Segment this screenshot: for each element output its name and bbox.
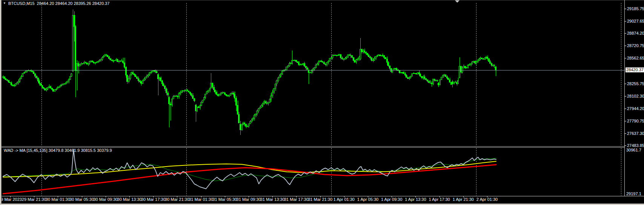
chevron-down-icon[interactable]: ▼ (3, 1, 6, 6)
time-axis-label: 31 Mar 05:30 (212, 197, 237, 202)
price-axis-label: 27790.75 (627, 119, 644, 123)
time-axis-label: 1 Apr 05:30 (357, 197, 378, 202)
time-axis-label: 31 Mar 01:30 (189, 197, 213, 202)
time-axis-label: 30 Mar 17:30 (141, 197, 166, 202)
symbol-ohlc-values: 28464.20 28464.20 28395.26 28420.37 (37, 1, 110, 6)
time-axis-label: 1 Apr 09:30 (381, 197, 402, 202)
indicator-axis-label: 29197.1 (626, 191, 641, 196)
indicator-axis-label: 30961.7 (626, 148, 641, 152)
indicator-line-ma_fast_green (3, 158, 496, 181)
time-axis-label: 31 Mar 13:30 (260, 197, 285, 202)
time-axis-label: 1 Apr 13:30 (405, 197, 426, 202)
time-axis-label: 30 Mar 13:30 (117, 197, 142, 202)
time-axis-label: 30 Mar 21:30 (165, 197, 189, 202)
price-axis-label: 27944.20 (627, 106, 644, 111)
chart-canvas[interactable] (0, 0, 644, 205)
indicator-label: WAD -> MA [15,45,135] 30479.8 30461.9 30… (4, 148, 112, 153)
price-axis-label: 28720.75 (627, 43, 644, 48)
time-axis-label: 1 Apr 01:30 (334, 197, 355, 202)
window-bottom-border (0, 203, 644, 205)
time-axis-label: 31 Mar 09:30 (237, 197, 261, 202)
candlestick-series[interactable] (3, 9, 496, 135)
window-left-border (0, 0, 2, 205)
trading-chart-window: ▼ BTCUSD,M15 28464.20 28464.20 28395.26 … (0, 0, 644, 205)
price-axis-label: 29027.65 (627, 19, 644, 23)
price-axis-label: 29185.75 (627, 6, 644, 11)
time-axis-label: 30 Mar 09:30 (93, 197, 118, 202)
price-axis-label: 28255.75 (627, 81, 644, 86)
symbol-header: ▼ BTCUSD,M15 28464.20 28464.20 28395.26 … (3, 1, 109, 6)
price-axis-label: 27637.30 (627, 131, 644, 136)
symbol-period-label: BTCUSD,M15 (8, 1, 35, 6)
time-axis-label: 1 Apr 21:30 (453, 197, 474, 202)
current-price-tag: 28420.37 (626, 67, 644, 72)
price-axis-label: 28562.65 (627, 56, 644, 60)
time-axis-label: 2 Apr 01:30 (476, 197, 498, 202)
time-axis-label: 1 Apr 17:30 (429, 197, 450, 202)
time-axis-label: 30 Mar 01:30 (46, 197, 70, 202)
time-axis-label: 29 Mar 2023 (0, 197, 22, 202)
price-axis-label: 27483.85 (627, 143, 644, 148)
price-axis-label: 28102.30 (627, 94, 644, 98)
time-axis-label: 29 Mar 21:30 (22, 197, 46, 202)
time-axis-label: 31 Mar 17:30 (284, 197, 309, 202)
time-axis-label: 31 Mar 21:30 (308, 197, 332, 202)
chart-shift-marker-icon[interactable] (455, 0, 460, 3)
price-axis-label: 28874.20 (627, 31, 644, 35)
time-axis-label: 30 Mar 05:30 (69, 197, 94, 202)
